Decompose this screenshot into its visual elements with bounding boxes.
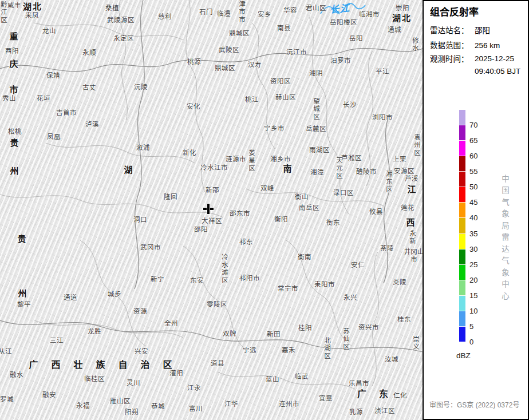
map-label: 阳朔	[125, 407, 139, 416]
map-label: 渌口区	[333, 188, 354, 197]
map-label: 浈江区	[374, 406, 395, 415]
map-label: 西	[406, 216, 416, 228]
map-label: 龙山	[42, 26, 56, 35]
legend-segment	[459, 141, 465, 156]
station-value: 邵阳	[475, 26, 490, 35]
map-label: 炎陵	[393, 277, 406, 286]
legend-tick: 30	[469, 244, 477, 253]
map-label: 袁州区	[412, 134, 421, 157]
map-label: 黎平	[17, 299, 31, 308]
product-title: 组合反射率	[430, 4, 479, 18]
map-label: 新宁	[151, 274, 164, 283]
map-label: 永新	[408, 230, 417, 245]
legend-segment	[459, 249, 465, 265]
map-label: 芦淞区	[341, 153, 362, 162]
time-label: 观测时间：	[430, 53, 475, 64]
legend-segment	[459, 311, 465, 327]
legend-segment	[459, 110, 465, 125]
legend-segment	[459, 234, 465, 249]
map-label: 凤凰	[47, 132, 61, 141]
map-label: 祁东	[239, 237, 253, 246]
map-label: 新邵	[206, 185, 219, 194]
map-label: 资阳区	[270, 76, 291, 85]
map-canvas[interactable]: 长江 咸丰来凤桑植武陵源区龙山永定区酉阳永顺保靖古丈沅陵秀山花垣吉首市泸溪松桃凤…	[0, 0, 423, 420]
map-label: 古丈	[82, 82, 96, 92]
map-label: 临桂区	[84, 374, 105, 383]
legend-tick: 40	[469, 213, 477, 222]
map-label: 芦溪	[405, 173, 419, 183]
map-label: 吉首市	[56, 108, 77, 117]
map-label: 邵东市	[230, 208, 250, 217]
map-label: 城步	[108, 289, 121, 298]
map-label: 崇义	[411, 336, 420, 351]
map-label: 资源	[133, 306, 147, 315]
legend-segment	[459, 125, 465, 141]
time-value-date: 2025-12-25	[475, 54, 514, 63]
map-label: 汨罗市	[330, 56, 351, 65]
range-value: 256 km	[475, 41, 500, 50]
map-label: 上栗	[393, 154, 406, 163]
range-label: 数据范围：	[430, 39, 475, 50]
map-label: 安仁	[351, 260, 365, 269]
legend-tick: 20	[469, 275, 477, 284]
map-label: 涟源市	[226, 154, 246, 163]
map-label: 黔江区	[0, 1, 8, 25]
map-label: 通道	[64, 292, 77, 302]
map-label: 沅陵	[134, 82, 148, 91]
map-label: 南	[283, 162, 293, 174]
map-label: 武陵源区	[107, 15, 135, 24]
map-label: 常宁市	[278, 283, 298, 292]
info-panel: 组合反射率 雷达站名：邵阳 数据范围：256 km 观测时间：2025-12-2…	[423, 0, 529, 420]
map-label: 南县	[277, 23, 291, 32]
map-label: 津市市	[237, 1, 246, 24]
map-label: 零陵区	[207, 299, 227, 308]
map-label: 湖北	[392, 11, 412, 23]
map-label: 广西壮族自治区	[29, 357, 185, 371]
legend-segment	[459, 280, 465, 296]
map-label: 望城区	[311, 98, 321, 121]
map-label: 江	[407, 183, 417, 195]
map-label: 衡阳	[274, 214, 288, 223]
map-label: 桃江	[245, 94, 259, 104]
legend-tick: 55	[469, 167, 477, 176]
legend-tick: 60	[469, 152, 477, 160]
map-label: 石门	[199, 7, 213, 16]
map-label: 贵	[10, 136, 19, 148]
legend-tick: 25	[469, 260, 477, 268]
map-label: 岳阳楼区	[330, 17, 357, 26]
map-label: 罗城	[0, 394, 14, 403]
map-label: 衡东	[326, 217, 340, 227]
legend-segment	[459, 203, 465, 218]
map-label: 灵川	[127, 378, 140, 387]
map-label: 醴陵市	[356, 167, 377, 176]
legend-tick: 10	[469, 307, 477, 315]
map-label: 冷水滩区	[220, 253, 229, 284]
map-label: 苏仙区	[341, 328, 350, 351]
map-label: 汝城	[385, 354, 398, 363]
legend-segment	[459, 187, 465, 203]
map-label: 慈利	[158, 11, 172, 21]
map-label: 长沙	[343, 100, 357, 109]
map-label: 州	[10, 164, 19, 176]
map-label: 州	[18, 287, 27, 299]
map-label: 武冈市	[140, 242, 161, 251]
map-label: 永定区	[113, 33, 134, 42]
map-label: 鼎城区	[229, 28, 250, 37]
map-label: 邵阳	[194, 224, 208, 233]
map-label: 桂阳	[298, 323, 312, 332]
map-label: 融安	[42, 390, 56, 399]
map-label: 洞口	[133, 215, 147, 224]
map-label: 湖北	[23, 0, 42, 12]
map-label: 永福	[76, 401, 90, 410]
map-label: 通城	[388, 25, 401, 34]
legend-segment	[459, 218, 465, 233]
map-label: 湘潭	[310, 167, 324, 176]
map-label: 桂东	[397, 314, 411, 323]
map-label: 松桃	[8, 126, 22, 136]
map-label: 新田	[267, 329, 281, 338]
legend-tick: 5	[469, 322, 473, 331]
legend-unit-label: dBZ	[456, 351, 471, 360]
map-label: 市	[9, 83, 19, 95]
map-label: 湖	[124, 163, 133, 175]
map-label: 华容	[283, 5, 297, 14]
